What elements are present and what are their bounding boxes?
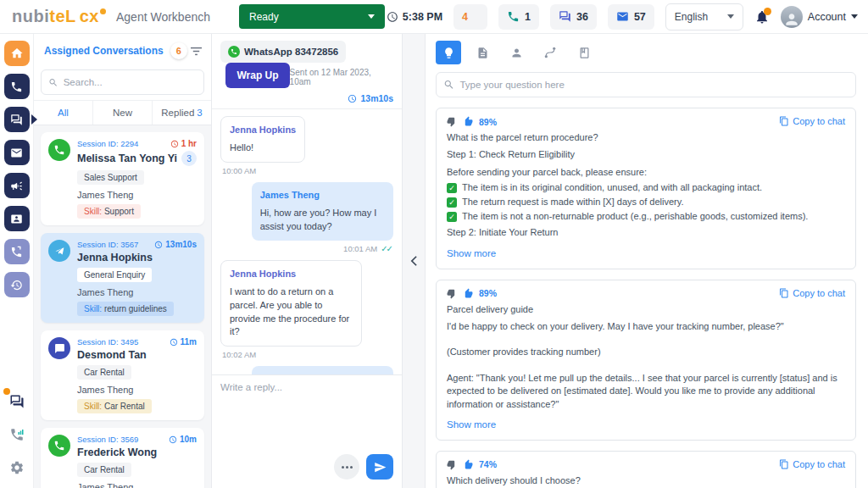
avatar — [781, 6, 803, 28]
scroll-icon — [476, 47, 489, 59]
customer-name: Desmond Tan — [77, 349, 147, 361]
copy-icon — [779, 459, 789, 469]
notification-dot — [764, 8, 771, 15]
thumbs-down-icon[interactable] — [447, 116, 458, 127]
home-icon — [10, 47, 24, 60]
tab-directory[interactable] — [571, 41, 597, 64]
nav-email[interactable] — [4, 140, 30, 165]
book-icon — [578, 47, 591, 59]
message-sender: James Theng — [260, 189, 385, 202]
collapse-chevron-icon[interactable] — [410, 255, 418, 267]
nav-history[interactable] — [4, 272, 30, 297]
copy-to-chat-button[interactable]: Copy to chat — [779, 288, 845, 298]
tab-scripts[interactable] — [470, 41, 495, 64]
conversation-card[interactable]: Session ID: 3495 11m Desmond Tan Car Ren… — [41, 330, 204, 420]
show-more-link[interactable]: Show more — [447, 419, 496, 430]
agent-name: James Theng — [77, 482, 197, 488]
filter-button[interactable] — [190, 46, 203, 57]
conversation-list: Session ID: 2294 1 hr Melissa Tan Yong Y… — [34, 125, 211, 488]
wrap-up-button[interactable]: Wrap Up — [225, 63, 289, 88]
confidence-score: 89% — [479, 288, 497, 298]
nav-contacts[interactable] — [4, 206, 30, 231]
outgoing-message: James Theng Sure, I'm happy to help. Her… — [252, 366, 393, 374]
megaphone-icon — [10, 180, 23, 192]
notification-dot — [3, 388, 10, 395]
phone-icon — [507, 10, 520, 23]
answer-text: Agent: "Thank you! Let me pull up the de… — [447, 372, 845, 411]
tab-replied[interactable]: Replied3 — [153, 101, 211, 125]
clock-icon — [348, 94, 357, 103]
thumbs-up-icon[interactable] — [462, 288, 473, 299]
app-title: Agent Workbench — [116, 10, 210, 24]
account-label: Account — [808, 11, 846, 23]
nav-calls[interactable] — [4, 74, 30, 99]
email-icon — [616, 10, 629, 23]
thumbs-down-icon[interactable] — [447, 459, 458, 470]
panel-divider — [402, 34, 426, 488]
skill-tag: Skill: Car Rental — [77, 399, 152, 413]
email-counter[interactable]: 57 — [608, 4, 654, 30]
call-counter[interactable]: 1 — [498, 4, 539, 30]
conversation-tabs: All New Replied3 — [34, 100, 211, 125]
thumbs-up-icon[interactable] — [462, 116, 473, 127]
thumbs-up-icon[interactable] — [462, 459, 473, 470]
contact-card-icon — [10, 213, 23, 225]
answer-card: 89% Copy to chat What is the parcel retu… — [436, 108, 856, 269]
clock-icon — [170, 140, 179, 148]
check-icon — [447, 212, 457, 222]
more-options-button[interactable] — [334, 454, 359, 480]
search-icon — [48, 77, 58, 88]
conversation-card[interactable]: Session ID: 3569 10m Frederick Wong Car … — [41, 428, 204, 488]
tab-all[interactable]: All — [34, 101, 93, 125]
wait-timer: 1 hr — [170, 139, 197, 148]
answer-text: Which delivery should I choose? — [447, 474, 845, 487]
chat-icon — [10, 114, 23, 126]
history-icon — [10, 279, 23, 291]
reply-area — [212, 374, 402, 488]
nav-settings[interactable] — [4, 455, 30, 480]
incoming-message: Jenna Hopkins I want to do a return on a… — [220, 260, 362, 347]
send-button[interactable] — [366, 454, 393, 480]
answer-text: I'd be happy to check on your delivery. … — [447, 320, 845, 333]
queue-tag: Car Rental — [77, 365, 131, 380]
tab-customer[interactable] — [504, 41, 529, 64]
answer-text: Parcel delivery guide — [447, 303, 845, 316]
chat-alert-icon — [9, 394, 25, 409]
tab-journey[interactable] — [537, 41, 563, 64]
outgoing-message: James Theng Hi, how are you? How may I a… — [252, 182, 393, 241]
phone-icon — [10, 80, 23, 93]
conversation-card[interactable]: Session ID: 2294 1 hr Melissa Tan Yong Y… — [41, 132, 204, 225]
agent-status-dropdown[interactable]: Ready — [239, 4, 385, 29]
copy-to-chat-button[interactable]: Copy to chat — [779, 116, 845, 126]
notifications-button[interactable] — [754, 9, 770, 25]
session-id: Session ID: 3495 — [77, 337, 138, 347]
session-id: Session ID: 2294 — [77, 139, 138, 148]
chat-counter[interactable]: 36 — [550, 4, 597, 30]
tab-knowledge[interactable] — [436, 41, 461, 64]
wait-timer: 11m — [170, 337, 197, 347]
queue-tag: General Enquiry — [77, 268, 152, 282]
nav-call-return[interactable] — [4, 239, 30, 264]
message-list[interactable]: Jenna Hopkins Hello! 10:00 AM James Then… — [212, 109, 402, 374]
show-more-link[interactable]: Show more — [447, 248, 496, 258]
send-icon — [374, 461, 387, 474]
thumbs-down-icon[interactable] — [447, 288, 458, 299]
language-dropdown[interactable]: English — [665, 3, 743, 30]
tab-new[interactable]: New — [93, 101, 153, 125]
nav-call-quality[interactable] — [4, 422, 30, 447]
chevron-down-icon — [851, 14, 858, 19]
account-menu[interactable]: Account — [781, 6, 858, 28]
agent-workbench-app: nubiteLcx Agent Workbench Ready 5:38 PM … — [0, 0, 868, 488]
nav-chats[interactable] — [4, 107, 30, 132]
copy-to-chat-button[interactable]: Copy to chat — [779, 459, 845, 469]
conversation-card[interactable]: Session ID: 3567 13m10s Jenna Hopkins Ge… — [41, 233, 204, 323]
filter-icon — [190, 46, 203, 57]
question-search-input[interactable] — [459, 80, 849, 90]
assistant-tabs — [436, 41, 856, 64]
nav-internal-chat[interactable] — [4, 389, 30, 414]
nav-campaigns[interactable] — [4, 173, 30, 198]
reply-input[interactable] — [220, 382, 393, 431]
conversation-search-input[interactable] — [64, 77, 197, 87]
nav-home[interactable] — [4, 41, 30, 66]
pending-counter[interactable]: 4 — [453, 4, 487, 30]
